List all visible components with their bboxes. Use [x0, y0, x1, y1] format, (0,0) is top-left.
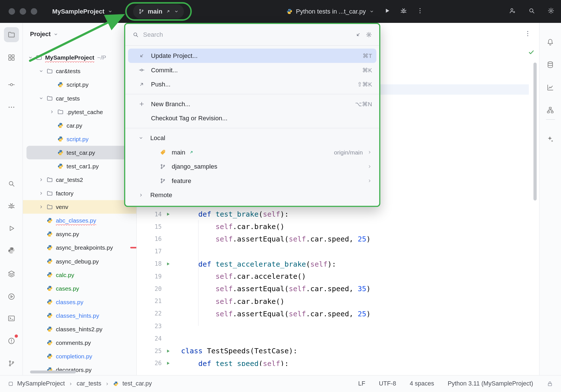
chevron-right-icon[interactable] [137, 193, 144, 198]
tree-item-car-tests2[interactable]: car_tests2 [23, 173, 136, 186]
chevron-right-icon[interactable] [38, 191, 44, 196]
tree-item-script-py[interactable]: script.py [23, 78, 136, 92]
tool-debug-button[interactable] [4, 198, 19, 213]
tool-search-button[interactable] [4, 176, 19, 191]
code-line[interactable]: 22 self.assertEqual(self.car.speed, 25) [137, 308, 539, 320]
tree-item-async-debug-py[interactable]: async_debug.py [23, 254, 136, 268]
code-line[interactable]: 15 self.car.brake() [137, 220, 539, 233]
tool-plots-button[interactable] [543, 80, 558, 95]
chevron-down-icon[interactable] [53, 32, 58, 37]
tool-more-tools-button[interactable] [4, 100, 19, 115]
tree-item-script-py[interactable]: script.py [23, 132, 136, 146]
breadcrumb-test-car-py[interactable]: test_car.py [122, 380, 152, 387]
search-everywhere-button[interactable] [528, 7, 535, 16]
vertical-scrollbar[interactable] [534, 62, 537, 200]
tool-structure-hierarchy-button[interactable] [543, 103, 558, 117]
run-test-icon[interactable] [165, 261, 171, 267]
tree-item-comments-py[interactable]: comments.py [23, 336, 136, 349]
tool-run-button[interactable] [4, 221, 19, 236]
tree-item-mysampleproject[interactable]: MySampleProject~/P [23, 51, 136, 64]
chevron-down-icon[interactable] [137, 136, 144, 141]
chevron-right-icon[interactable] [367, 178, 372, 183]
menu-item-push[interactable]: Push...⇧⌘K [125, 77, 379, 92]
status-utf-8[interactable]: UTF-8 [379, 380, 396, 387]
status-lf[interactable]: LF [358, 380, 365, 387]
menu-item-new-branch[interactable]: New Branch...⌥⌘N [125, 97, 379, 111]
tree-item-test-car-py[interactable]: test_car.py [27, 146, 132, 159]
code-line[interactable]: 23 [137, 320, 539, 332]
chevron-right-icon[interactable] [367, 150, 372, 155]
more-actions-button[interactable] [416, 7, 423, 16]
tool-problems-button[interactable] [4, 334, 19, 349]
tree-item-cases-py[interactable]: cases.py [23, 282, 136, 295]
code-line[interactable]: 16 self.assertEqual(self.car.speed, 25) [137, 233, 539, 245]
status-python-3-11-mysampleproject[interactable]: Python 3.11 (MySampleProject) [448, 380, 533, 387]
run-test-icon[interactable] [165, 361, 171, 366]
run-test-icon[interactable] [165, 212, 171, 217]
tree-item-car-tests[interactable]: car&tests [23, 64, 136, 78]
tree-item-classes-hints-py[interactable]: classes_hints.py [23, 309, 136, 322]
settings-button[interactable] [547, 7, 554, 16]
branch-item-feature[interactable]: feature [125, 174, 379, 188]
menu-item-update-project[interactable]: Update Project...⌘T [128, 49, 376, 63]
code-line[interactable]: 19 self.car.accelerate() [137, 270, 539, 283]
editor-options-button[interactable] [524, 30, 531, 38]
run-button[interactable] [383, 7, 390, 16]
tree-item-calc-py[interactable]: calc.py [23, 268, 136, 282]
menu-item-commit[interactable]: Commit...⌘K [125, 63, 379, 77]
code-with-me-button[interactable] [509, 7, 516, 16]
chevron-right-icon[interactable] [49, 109, 55, 114]
code-line[interactable]: 17 [137, 245, 539, 258]
tree-item-async-py[interactable]: async.py [23, 227, 136, 241]
branch-item-django-samples[interactable]: django_samples [125, 159, 379, 174]
code-line[interactable]: 20 self.assertEqual(self.car.speed, 35) [137, 283, 539, 295]
code-line[interactable]: 24 [137, 332, 539, 345]
section-remote[interactable]: Remote [125, 188, 379, 202]
tool-notifications-button[interactable] [543, 35, 558, 50]
fetch-icon[interactable] [355, 31, 361, 38]
tree-item-pytest-cache[interactable]: .pytest_cache [23, 105, 136, 119]
breadcrumb-car-tests[interactable]: car_tests [77, 380, 101, 387]
code-line[interactable]: 26 def test_speed(self): [137, 357, 539, 366]
tree-item-car-tests[interactable]: car_tests [23, 92, 136, 105]
section-local[interactable]: Local [125, 131, 379, 145]
tool-structure-button[interactable] [4, 50, 19, 65]
chevron-right-icon[interactable] [38, 204, 44, 210]
tree-item-abc-classes-py[interactable]: abc_classes.py [23, 214, 136, 227]
branch-item-main[interactable]: mainorigin/main [125, 145, 379, 160]
status-4-spaces[interactable]: 4 spaces [410, 380, 434, 387]
code-line[interactable]: 21 self.car.brake() [137, 295, 539, 308]
tool-python-console-button[interactable] [4, 243, 19, 258]
run-config-selector[interactable]: Python tests in ...t_car.py [286, 8, 374, 15]
tool-project-button[interactable] [4, 27, 19, 42]
tree-item-venv[interactable]: venv [23, 200, 136, 214]
tool-run-anything-button[interactable] [4, 289, 19, 304]
project-widget[interactable]: MySampleProject [52, 4, 113, 19]
code-line[interactable]: 14 def test_brake(self): [137, 208, 539, 220]
debug-button[interactable] [400, 7, 407, 16]
tree-item-factory[interactable]: factory [23, 186, 136, 200]
branch-popup-settings-icon[interactable] [366, 31, 372, 38]
tool-version-control-button[interactable] [4, 356, 19, 371]
tree-item-car-py[interactable]: car.py [23, 119, 136, 132]
tree-item-classes-hints2-py[interactable]: classes_hints2.py [23, 322, 136, 336]
code-area[interactable]: 14 def test_brake(self):15 self.car.brak… [137, 208, 539, 366]
tool-commit-button[interactable] [4, 77, 19, 92]
menu-item-checkout-tag-or-revision[interactable]: Checkout Tag or Revision... [125, 111, 379, 126]
tool-database-button[interactable] [543, 57, 558, 72]
tree-item-classes-py[interactable]: classes.py [23, 295, 136, 309]
breadcrumb-mysampleproject[interactable]: MySampleProject [17, 380, 65, 387]
tree-item-async-breakpoints-py[interactable]: async_breakpoints.py [23, 241, 136, 254]
code-line[interactable]: 25class TestSpeeds(TestCase): [137, 345, 539, 357]
search-input[interactable] [143, 31, 351, 38]
chevron-down-icon[interactable] [27, 55, 34, 60]
tool-ai-assistant-button[interactable] [543, 132, 558, 147]
tree-item-completion-py[interactable]: completion.py [23, 349, 136, 363]
window-close-button[interactable] [8, 8, 15, 15]
horizontal-scrollbar[interactable] [30, 371, 76, 373]
chevron-down-icon[interactable] [38, 69, 44, 74]
chevron-down-icon[interactable] [38, 96, 44, 101]
branch-widget[interactable]: main [133, 4, 184, 19]
code-line[interactable]: 18 def test_accelerate_brake(self): [137, 258, 539, 270]
tool-services-button[interactable] [4, 266, 19, 281]
